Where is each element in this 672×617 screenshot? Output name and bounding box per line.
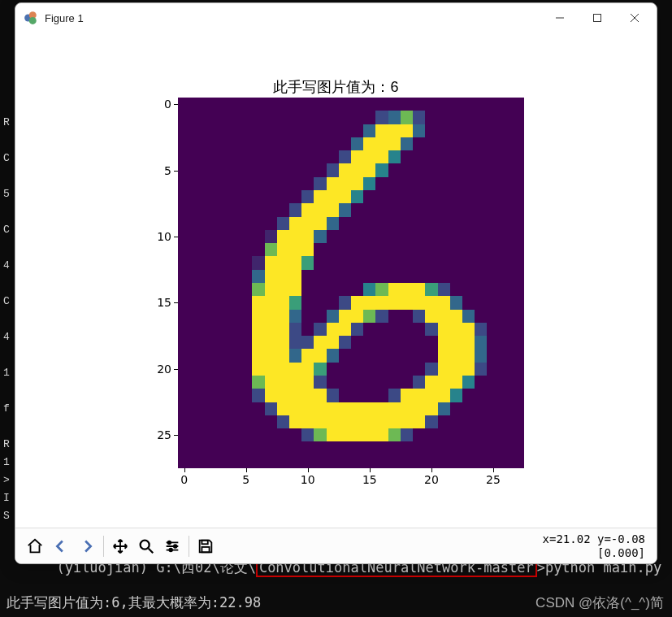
svg-point-7: [169, 548, 172, 551]
y-tick-label: 10: [157, 230, 171, 243]
minimize-button[interactable]: [541, 5, 579, 31]
heatmap-axes: 05101520250510152025: [178, 98, 524, 468]
svg-point-4: [141, 540, 150, 549]
y-tick-label: 5: [164, 164, 171, 177]
svg-point-6: [174, 545, 177, 548]
back-button[interactable]: [48, 533, 74, 559]
titlebar[interactable]: Figure 1: [15, 3, 657, 33]
zoom-button[interactable]: [133, 533, 159, 559]
x-tick-label: 15: [362, 473, 377, 486]
svg-point-2: [29, 17, 37, 24]
save-button[interactable]: [193, 533, 219, 559]
home-button[interactable]: [22, 533, 48, 559]
maximize-button[interactable]: [579, 5, 616, 31]
watermark: CSDN @依洛(^_^)简: [535, 593, 664, 612]
y-tick-label: 0: [164, 98, 171, 111]
close-button[interactable]: [616, 5, 653, 31]
cursor-coordinates: x=21.02 y=-0.08 [0.000]: [543, 532, 650, 560]
svg-rect-3: [594, 15, 601, 22]
y-tick-label: 15: [157, 296, 171, 309]
svg-point-5: [168, 541, 171, 544]
forward-button[interactable]: [74, 533, 100, 559]
x-tick-label: 10: [301, 473, 315, 486]
figure-window: Figure 1 此手写图片值为：6 05101520250510152025: [15, 2, 657, 564]
figure-canvas-area[interactable]: 此手写图片值为：6 05101520250510152025: [15, 33, 657, 528]
svg-rect-8: [202, 540, 207, 544]
window-title: Figure 1: [45, 12, 84, 24]
toolbar-separator: [189, 536, 189, 557]
x-tick-label: 0: [180, 473, 188, 486]
coord-xy: x=21.02 y=-0.08: [543, 532, 645, 546]
toolbar-separator: [103, 536, 104, 557]
coord-value: [0.000]: [543, 546, 645, 560]
terminal-left-gutter: R C 5 C 4 C 4 1 f R1>IS: [0, 114, 16, 525]
chart-title: 此手写图片值为：6: [15, 77, 657, 97]
configure-subplots-button[interactable]: [159, 533, 185, 559]
svg-rect-9: [202, 546, 209, 551]
x-tick-label: 25: [486, 473, 501, 486]
app-icon: [24, 11, 38, 25]
x-tick-label: 5: [242, 473, 249, 486]
pan-button[interactable]: [107, 533, 133, 559]
y-tick-label: 20: [157, 363, 171, 376]
matplotlib-toolbar: x=21.02 y=-0.08 [0.000]: [15, 528, 657, 563]
x-tick-label: 20: [424, 473, 439, 486]
heatmap-image: [178, 98, 524, 468]
y-tick-label: 25: [157, 428, 171, 441]
